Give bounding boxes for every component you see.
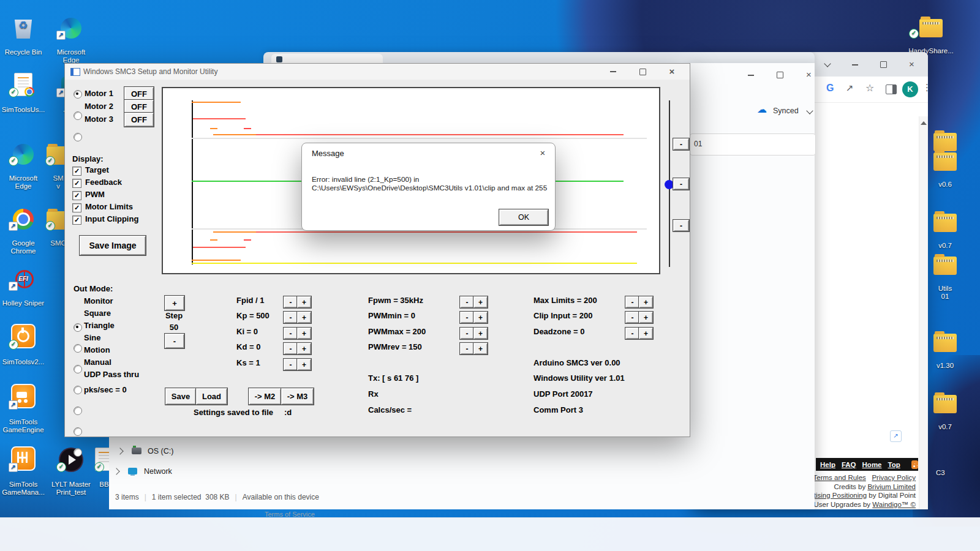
desktop-icon-simtoolsus[interactable]: ✓ SimToolsUs... <box>0 61 47 122</box>
tab-search-chevron-icon[interactable] <box>824 60 831 67</box>
pwmmin-minus-button[interactable]: - <box>460 312 474 323</box>
triangle-radio[interactable] <box>74 365 82 373</box>
browser-maximize-button[interactable] <box>880 61 887 68</box>
explorer-minimize-button[interactable] <box>748 75 754 76</box>
dialog-ok-button[interactable]: OK <box>499 209 548 225</box>
desktop-icon-v130[interactable]: v1.30 <box>922 317 968 378</box>
kp-minus-button[interactable]: - <box>284 312 298 323</box>
smc3-minimize-button[interactable] <box>604 64 622 80</box>
fpid-minus-button[interactable]: - <box>284 296 298 308</box>
square-radio[interactable] <box>74 344 82 353</box>
desktop-icon-holley-sniper[interactable]: ↗ Holley Sniper <box>0 255 47 315</box>
ki-minus-button[interactable]: - <box>284 328 298 339</box>
step-plus-button[interactable]: + <box>165 296 184 310</box>
browser-close-button[interactable]: × <box>909 61 914 67</box>
deadzone-plus-button[interactable]: + <box>639 328 653 339</box>
input-clipping-checkbox[interactable]: ✓ <box>72 216 81 225</box>
deadzone-minus-button[interactable]: - <box>625 328 639 339</box>
motion-radio[interactable] <box>74 407 82 415</box>
side-panel-icon[interactable] <box>886 84 897 94</box>
desktop-icon-gameengine[interactable]: ↗ SimTools GameEngine <box>0 373 47 442</box>
desktop-icon-v07-2[interactable]: v0.7 <box>922 378 968 439</box>
max-limits-minus-button[interactable]: - <box>625 296 639 308</box>
load-button[interactable]: Load <box>196 388 227 405</box>
nav-item-network[interactable]: Network <box>114 467 172 476</box>
rss-icon[interactable] <box>911 460 918 469</box>
profile-avatar[interactable]: K <box>902 81 918 97</box>
manual-radio[interactable] <box>74 427 82 436</box>
target-checkbox[interactable]: ✓ <box>72 167 81 176</box>
pwmmin-plus-button[interactable]: + <box>473 312 488 323</box>
motor2-radio[interactable] <box>74 111 82 120</box>
motor1-radio[interactable] <box>74 90 82 99</box>
to-m2-button[interactable]: -> M2 <box>249 388 281 405</box>
positioning-link[interactable]: rtising Positioning <box>812 492 867 499</box>
pwmrev-plus-button[interactable]: + <box>473 343 488 354</box>
smc3-maximize-button[interactable] <box>633 64 652 80</box>
motor3-off-button[interactable]: OFF <box>124 113 154 127</box>
sync-status-label[interactable]: Synced <box>773 107 799 115</box>
faq-link[interactable]: FAQ <box>842 461 856 468</box>
google-g-icon[interactable]: G <box>826 83 834 94</box>
share-icon[interactable]: ↗ <box>846 83 854 94</box>
top-link[interactable]: Top <box>888 461 900 468</box>
nav-item-os-c[interactable]: OS (C:) <box>118 447 173 455</box>
dialog-close-icon[interactable]: × <box>535 146 551 160</box>
save-image-button[interactable]: Save Image <box>80 236 146 255</box>
brivium-link[interactable]: Brivium Limited <box>867 483 916 490</box>
privacy-policy-link[interactable]: Privacy Policy <box>872 474 916 481</box>
browser-scrollbar[interactable] <box>919 116 928 509</box>
motor-limits-checkbox[interactable]: ✓ <box>72 203 81 212</box>
explorer-close-button[interactable]: × <box>806 72 812 78</box>
desktop-icon-simtoolsv2[interactable]: ✓ SimToolsv2... <box>0 313 47 374</box>
sync-chevron-icon[interactable] <box>806 107 813 114</box>
to-m3-button[interactable]: -> M3 <box>281 388 314 405</box>
monitor-radio[interactable] <box>74 323 82 332</box>
menu-dots-icon[interactable]: ⋮ <box>922 82 932 93</box>
address-box[interactable]: 01 <box>690 133 816 156</box>
desktop-icon-utils[interactable]: Utils 01 <box>922 240 968 309</box>
browser-minimize-button[interactable] <box>852 64 858 66</box>
smc3-close-button[interactable]: × <box>663 64 681 80</box>
pwm-checkbox[interactable]: ✓ <box>72 191 81 200</box>
desktop-icon-gamemanager[interactable]: ↗ SimTools GameMana... <box>0 436 47 504</box>
ks-minus-button[interactable]: - <box>284 359 298 370</box>
max-limits-plus-button[interactable]: + <box>639 296 653 308</box>
clip-input-plus-button[interactable]: + <box>639 312 653 323</box>
scale-minus-button-1[interactable]: - <box>673 138 689 150</box>
kd-minus-button[interactable]: - <box>284 343 298 354</box>
fpwm-plus-button[interactable]: + <box>473 296 488 308</box>
scale-minus-button-2[interactable]: - <box>673 178 689 190</box>
open-in-new-icon[interactable]: ↗ <box>890 430 902 442</box>
pwmmax-minus-button[interactable]: - <box>460 328 474 339</box>
sine-radio[interactable] <box>74 386 82 394</box>
motor3-radio[interactable] <box>74 133 82 141</box>
clip-input-minus-button[interactable]: - <box>625 312 639 323</box>
desktop-icon-recycle-bin[interactable]: ♻ Recycle Bin <box>0 4 47 64</box>
motor1-off-button[interactable]: OFF <box>124 87 154 101</box>
motor2-off-button[interactable]: OFF <box>124 100 154 114</box>
fpid-plus-button[interactable]: + <box>297 296 311 308</box>
expand-chevron-icon[interactable] <box>113 468 119 474</box>
scale-minus-button-3[interactable]: - <box>673 220 689 231</box>
help-link[interactable]: Help <box>820 461 835 468</box>
bookmark-star-icon[interactable]: ☆ <box>865 82 874 94</box>
pwmrev-minus-button[interactable]: - <box>460 343 474 354</box>
ki-plus-button[interactable]: + <box>297 328 311 339</box>
home-link[interactable]: Home <box>862 461 882 468</box>
kd-plus-button[interactable]: + <box>297 343 311 354</box>
ks-plus-button[interactable]: + <box>297 359 311 370</box>
explorer-maximize-button[interactable] <box>777 72 783 78</box>
udp-pass-thru-radio[interactable] <box>74 448 82 457</box>
scroll-up-arrow[interactable] <box>921 121 927 125</box>
kp-plus-button[interactable]: + <box>297 312 311 323</box>
availability-status[interactable]: Available on this device <box>243 493 319 501</box>
desktop-icon-v06[interactable]: v0.6 <box>922 136 968 197</box>
step-minus-button[interactable]: - <box>165 334 184 348</box>
scale-slider-thumb[interactable] <box>665 180 674 189</box>
pwmmax-plus-button[interactable]: + <box>473 328 488 339</box>
waindigo-link[interactable]: Waindigo™ © <box>872 501 916 508</box>
feedback-checkbox[interactable]: ✓ <box>72 179 81 188</box>
save-button[interactable]: Save <box>165 388 196 405</box>
expand-chevron-icon[interactable] <box>116 448 123 454</box>
